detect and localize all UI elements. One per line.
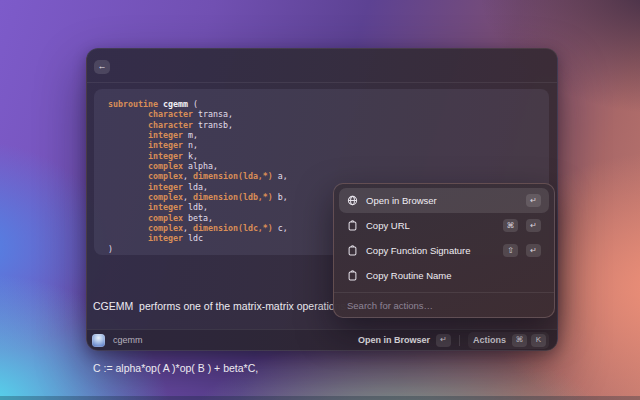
actions-popover: Open in Browser↵Copy URL⌘↵Copy Function … bbox=[333, 183, 555, 318]
actions-list: Open in Browser↵Copy URL⌘↵Copy Function … bbox=[334, 184, 554, 288]
shortcut-key: ↵ bbox=[526, 194, 541, 207]
code-line: integer n, bbox=[108, 140, 535, 150]
code-line: integer k, bbox=[108, 151, 535, 161]
window-header: ← bbox=[87, 49, 557, 83]
action-item-copy-url[interactable]: Copy URL⌘↵ bbox=[339, 213, 549, 238]
app-icon bbox=[92, 334, 105, 347]
action-label: Copy Function Signature bbox=[366, 245, 471, 256]
shortcut-key: ↵ bbox=[526, 244, 541, 257]
shortcut-key: ⌘ bbox=[503, 219, 518, 232]
back-button[interactable]: ← bbox=[94, 60, 110, 74]
actions-search-row bbox=[334, 293, 554, 318]
clipboard-icon bbox=[347, 245, 358, 256]
back-arrow-icon: ← bbox=[98, 61, 107, 71]
return-key-badge: ↵ bbox=[436, 334, 451, 347]
action-label: Copy Routine Name bbox=[366, 270, 452, 281]
action-label: Open in Browser bbox=[366, 195, 437, 206]
status-bar: cgemm Open in Browser ↵ Actions ⌘K bbox=[87, 329, 557, 350]
action-item-copy-routine-name[interactable]: Copy Routine Name bbox=[339, 263, 549, 288]
action-label: Copy URL bbox=[366, 220, 410, 231]
code-line: character transa, bbox=[108, 109, 535, 119]
action-item-copy-function-signature[interactable]: Copy Function Signature⇧↵ bbox=[339, 238, 549, 263]
globe-icon bbox=[347, 195, 358, 206]
shortcut-key: K bbox=[531, 334, 546, 347]
shortcut-key: ⌘ bbox=[512, 334, 527, 347]
description-line: C := alpha*op( A )*op( B ) + beta*C, bbox=[93, 358, 553, 379]
clipboard-icon bbox=[347, 270, 358, 281]
actions-search-input[interactable] bbox=[347, 300, 541, 311]
status-bar-divider bbox=[459, 335, 460, 346]
shortcut-key: ↵ bbox=[526, 219, 541, 232]
primary-action-button[interactable]: Open in Browser bbox=[358, 335, 430, 345]
actions-label: Actions bbox=[473, 335, 506, 345]
code-line: complex alpha, bbox=[108, 161, 535, 171]
code-line: character transb, bbox=[108, 120, 535, 130]
actions-menu-button[interactable]: Actions ⌘K bbox=[468, 332, 549, 349]
code-line: integer m, bbox=[108, 130, 535, 140]
clipboard-icon bbox=[347, 220, 358, 231]
action-item-open-in-browser[interactable]: Open in Browser↵ bbox=[339, 188, 549, 213]
code-line: subroutine cgemm ( bbox=[108, 99, 535, 109]
code-line: complex, dimension(lda,*) a, bbox=[108, 171, 535, 181]
query-text: cgemm bbox=[113, 335, 143, 345]
shortcut-key: ⇧ bbox=[503, 244, 518, 257]
desktop-wallpaper: ← subroutine cgemm ( character transa, c… bbox=[0, 0, 640, 400]
